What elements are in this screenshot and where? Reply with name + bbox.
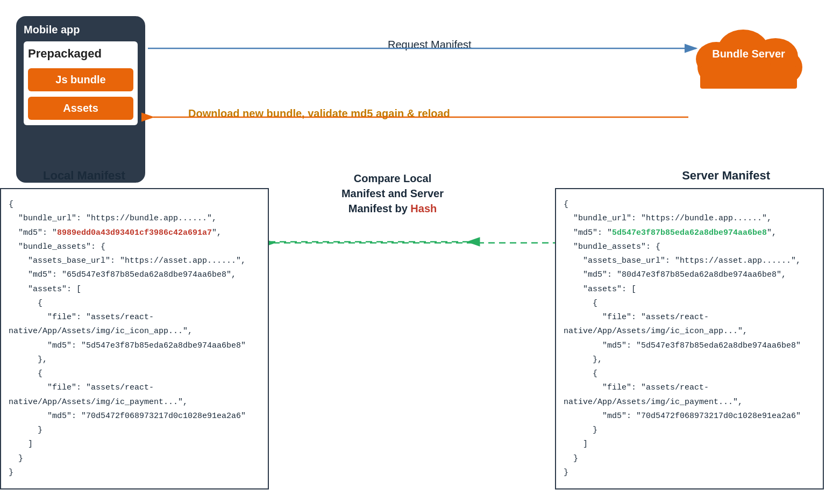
- lm-line4: "bundle_assets": {: [9, 240, 260, 254]
- lm-line17: }: [9, 423, 260, 437]
- lm-line10: native/App/Assets/img/ic_icon_app...",: [9, 325, 260, 339]
- sm-line14: "file": "assets/react-: [564, 381, 815, 395]
- sm-line20: }: [564, 466, 815, 480]
- sm-line17: }: [564, 423, 815, 437]
- sm-line16: "md5": "70d5472f068973217d0c1028e91ea2a6…: [564, 409, 815, 423]
- lm-line18: ]: [9, 437, 260, 451]
- prepackaged-label: Prepackaged: [28, 47, 133, 61]
- lm-line1: {: [9, 198, 260, 212]
- assets-button[interactable]: Assets: [28, 97, 133, 120]
- local-md5-value: 8989edd0a43d93401cf3986c42a691a7: [57, 228, 212, 237]
- lm-line14: "file": "assets/react-: [9, 381, 260, 395]
- lm-line19: }: [9, 452, 260, 466]
- lm-line5: "assets_base_url": "https://asset.app...…: [9, 254, 260, 268]
- sm-line18: ]: [564, 437, 815, 451]
- local-manifest-title: Local Manifest: [43, 169, 125, 183]
- sm-line12: },: [564, 353, 815, 367]
- svg-rect-6: [700, 66, 797, 89]
- sm-line7: "assets": [: [564, 283, 815, 297]
- server-manifest-title: Server Manifest: [682, 169, 770, 183]
- lm-line15: native/App/Assets/img/ic_payment...",: [9, 395, 260, 409]
- cloud-shape: Bundle Server: [695, 19, 802, 89]
- sm-line11: "md5": "5d547e3f87b85eda62a8dbe974aa6be8…: [564, 339, 815, 353]
- mobile-inner-box: Prepackaged Js bundle Assets: [24, 41, 138, 125]
- sm-line1: {: [564, 198, 815, 212]
- lm-line8: {: [9, 297, 260, 311]
- lm-line12: },: [9, 353, 260, 367]
- sm-line2: "bundle_url": "https://bundle.app......"…: [564, 212, 815, 226]
- lm-line11: "md5": "5d547e3f87b85eda62a8dbe974aa6be8…: [9, 339, 260, 353]
- request-manifest-label: Request Manifest: [388, 39, 472, 51]
- js-bundle-button[interactable]: Js bundle: [28, 68, 133, 91]
- lm-line20: }: [9, 466, 260, 480]
- sm-line6: "md5": "80d47e3f87b85eda62a8dbe974aa6be8…: [564, 268, 815, 282]
- lm-line16: "md5": "70d5472f068973217d0c1028e91ea2a6…: [9, 409, 260, 423]
- sm-line4: "bundle_assets": {: [564, 240, 815, 254]
- sm-line5: "assets_base_url": "https://asset.app...…: [564, 254, 815, 268]
- mobile-app-title: Mobile app: [24, 24, 138, 36]
- sm-line19: }: [564, 452, 815, 466]
- local-manifest-panel: { "bundle_url": "https://bundle.app.....…: [0, 188, 269, 489]
- lm-line2: "bundle_url": "https://bundle.app......"…: [9, 212, 260, 226]
- download-label: Download new bundle, validate md5 again …: [188, 107, 450, 120]
- lm-line7: "assets": [: [9, 283, 260, 297]
- lm-line13: {: [9, 367, 260, 381]
- lm-line6: "md5": "65d547e3f87b85eda62a8dbe974aa6be…: [9, 268, 260, 282]
- sm-line8: {: [564, 297, 815, 311]
- server-manifest-panel: { "bundle_url": "https://bundle.app.....…: [555, 188, 824, 489]
- mobile-app-container: Mobile app Prepackaged Js bundle Assets: [16, 16, 145, 183]
- sm-line10: native/App/Assets/img/ic_icon_app...",: [564, 325, 815, 339]
- lm-line3: "md5": "8989edd0a43d93401cf3986c42a691a7…: [9, 226, 260, 240]
- sm-line9: "file": "assets/react-: [564, 311, 815, 325]
- server-md5-value: 5d547e3f87b85eda62a8dbe974aa6be8: [612, 228, 767, 237]
- sm-line3: "md5": "5d547e3f87b85eda62a8dbe974aa6be8…: [564, 226, 815, 240]
- sm-line15: native/App/Assets/img/ic_payment...",: [564, 395, 815, 409]
- sm-line13: {: [564, 367, 815, 381]
- lm-line9: "file": "assets/react-: [9, 311, 260, 325]
- bundle-server-cloud: Bundle Server: [689, 11, 808, 97]
